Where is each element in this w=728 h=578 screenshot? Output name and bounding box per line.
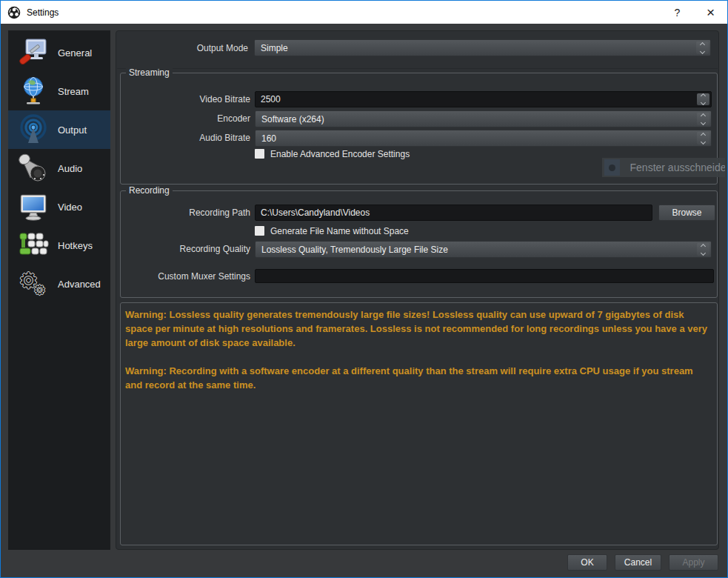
audio-bitrate-label: Audio Bitrate [121,133,250,143]
sidebar-item-general[interactable]: General [8,33,110,72]
recording-groupbox: Recording Recording Path C:\Users\Candyl… [120,190,718,298]
stream-icon [17,74,50,108]
close-button[interactable]: × [694,1,727,24]
encoder-label: Encoder [121,113,250,124]
video-bitrate-input[interactable]: 2500 [255,91,712,107]
warnings-groupbox: Warning: Lossless quality generates trem… [120,302,718,545]
no-space-checkbox[interactable] [255,226,264,236]
audio-bitrate-value: 160 [261,133,276,144]
spinner-icon[interactable] [697,93,709,105]
lossless-warning-text: Warning: Lossless quality generates trem… [125,308,712,350]
advanced-encoder-checkbox[interactable] [255,149,264,159]
obs-logo-icon [7,6,21,19]
recording-path-input[interactable]: C:\Users\Candyland\Videos [255,205,652,221]
snip-window-icon [604,159,620,176]
audio-bitrate-select[interactable]: 160 [255,130,712,147]
sidebar-item-label: Stream [58,86,89,97]
custom-muxer-label: Custom Muxer Settings [121,271,250,282]
output-mode-value: Simple [261,43,288,53]
recording-path-label: Recording Path [121,207,250,218]
snip-overlay-label: Fenster ausschneiden [630,162,725,173]
encoder-value: Software (x264) [261,114,324,124]
sidebar-item-hotkeys[interactable]: Hotkeys [8,226,110,265]
advanced-encoder-checkbox-label: Enable Advanced Encoder Settings [270,149,410,159]
video-bitrate-label: Video Bitrate [121,94,250,104]
sidebar-item-label: Advanced [58,279,101,290]
combo-spinner-icon[interactable] [697,243,709,256]
sidebar-item-stream[interactable]: Stream [8,72,110,110]
sidebar-item-label: Video [58,202,82,213]
audio-icon [17,151,50,185]
output-mode-select[interactable]: Simple [254,39,711,56]
section-divider [117,68,718,69]
video-bitrate-value: 2500 [261,94,281,104]
recording-path-value: C:\Users\Candyland\Videos [261,207,370,218]
sidebar-item-label: Hotkeys [58,240,93,251]
output-mode-label: Output Mode [116,43,248,53]
cancel-button[interactable]: Cancel [615,554,661,571]
general-icon [17,36,50,70]
recording-quality-label: Recording Quality [121,244,250,254]
apply-button[interactable]: Apply [669,554,718,571]
sidebar-item-audio[interactable]: Audio [8,149,110,187]
sidebar-item-advanced[interactable]: ⚙⚙ Advanced [8,265,110,303]
encoder-select[interactable]: Software (x264) [255,110,712,127]
dialog-button-row: OK Cancel Apply [1,554,728,571]
sidebar-item-label: Audio [58,163,82,174]
custom-muxer-input[interactable] [255,269,714,283]
settings-window: Settings ? × General [0,0,728,578]
window-title: Settings [27,7,59,18]
title-bar: Settings ? × [1,1,727,24]
combo-spinner-icon[interactable] [696,41,709,54]
output-icon [17,113,50,147]
snip-overlay-button[interactable]: Fenster ausschneiden [602,158,725,177]
browse-button[interactable]: Browse [658,205,715,221]
sidebar-item-label: Output [58,124,87,136]
settings-sidebar: General Stream [8,30,110,550]
sidebar-item-video[interactable]: Video [8,187,110,226]
combo-spinner-icon[interactable] [697,113,709,125]
advanced-icon: ⚙⚙ [17,267,50,301]
recording-quality-value: Lossless Quality, Tremendously Large Fil… [261,245,448,255]
streaming-group-title: Streaming [126,67,173,78]
no-space-checkbox-label: Generate File Name without Space [270,226,409,236]
combo-spinner-icon[interactable] [697,132,709,144]
encoder-warning-text: Warning: Recording with a software encod… [125,364,712,392]
video-icon [17,190,50,224]
output-settings-panel: Output Mode Simple Streaming Video Bitra… [116,30,719,550]
hotkeys-icon [17,228,50,262]
recording-quality-select[interactable]: Lossless Quality, Tremendously Large Fil… [255,241,712,258]
recording-group-title: Recording [126,185,173,196]
ok-button[interactable]: OK [567,554,607,571]
help-button[interactable]: ? [661,1,694,24]
sidebar-item-label: General [58,47,92,59]
sidebar-item-output[interactable]: Output [8,110,110,149]
